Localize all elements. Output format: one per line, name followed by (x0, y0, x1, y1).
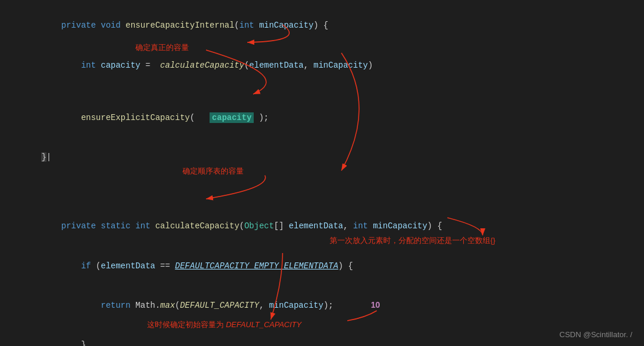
kw-static: static (101, 221, 130, 231)
param-minCapacity-4: minCapacity (269, 301, 323, 310)
fn-ensureCapacityInternal: ensureCapacityInternal (125, 21, 234, 30)
annotation-2: 确定顺序表的容量 (182, 166, 244, 177)
param-minCapacity-3: minCapacity (373, 221, 427, 231)
param-elementData-3: elementData (101, 261, 155, 271)
fn-max: max (160, 301, 175, 310)
kw-void: void (101, 21, 121, 30)
csdn-label: CSDN @Scintillator. / (559, 330, 632, 339)
capacity-highlight: capacity (210, 112, 254, 123)
spacer (12, 177, 632, 207)
code-line-b3: return Math.max(DEFAULT_CAPACITY, minCap… (12, 285, 632, 325)
code-line-5: }| (12, 138, 632, 177)
const-DEFAULTCAPACITY: DEFAULTCAPACITY_EMPTY_ELEMENTDATA (175, 261, 338, 271)
const-DEFAULT_CAPACITY: DEFAULT_CAPACITY (180, 301, 259, 310)
ann4-suffix: DEFAULT_CAPACITY (226, 320, 302, 329)
fn-calculateCapacity-1: calculateCapacity (160, 61, 244, 70)
annotation-3: 第一次放入元素时，分配的空间还是一个空数组{} (330, 235, 496, 246)
type-int-3: int (135, 221, 150, 231)
code-line-1: private void ensureCapacityInternal(int … (12, 6, 632, 45)
top-method-block: private void ensureCapacityInternal(int … (12, 6, 632, 177)
kw-if: if (81, 261, 91, 271)
fn-calculateCapacity-2: calculateCapacity (155, 221, 240, 231)
code-line-2: int capacity = calculateCapacity(element… (12, 45, 632, 85)
code-line-b4: } (12, 325, 632, 346)
annotation-4: 这时候确定初始容量为 DEFAULT_CAPACITY (147, 320, 301, 330)
kw-private: private (61, 21, 96, 30)
annotation-1: 确定真正的容量 (135, 42, 189, 53)
private-keyword (41, 21, 61, 30)
code-line-4: ensureExplicitCapacity( capacity ); (12, 98, 632, 138)
code-container: private void ensureCapacityInternal(int … (0, 0, 644, 346)
fn-ensureExplicitCapacity: ensureExplicitCapacity (81, 113, 190, 122)
param-minCapacity-2: minCapacity (314, 61, 368, 70)
type-object: Object (244, 221, 274, 231)
code-line-b1: private static int calculateCapacity(Obj… (12, 207, 632, 246)
bottom-method-block: private static int calculateCapacity(Obj… (12, 207, 632, 346)
code-line-b2: if (elementData == DEFAULTCAPACITY_EMPTY… (12, 246, 632, 285)
number-10-label: 10 (371, 300, 380, 310)
brace-close-1: } (41, 152, 46, 162)
type-int-1: int (240, 21, 254, 30)
type-int-2: int (81, 61, 96, 70)
ann4-prefix: 这时候确定初始容量为 (147, 320, 226, 329)
param-minCapacity-1: minCapacity (259, 21, 313, 30)
code-line-3-blank (12, 85, 632, 98)
param-elementData-2: elementData (289, 221, 343, 231)
param-elementData-1: elementData (249, 61, 303, 70)
kw-private-2: private (61, 221, 96, 231)
type-int-4: int (353, 221, 368, 231)
kw-return-1: return (101, 301, 130, 310)
var-capacity: capacity (101, 61, 140, 70)
